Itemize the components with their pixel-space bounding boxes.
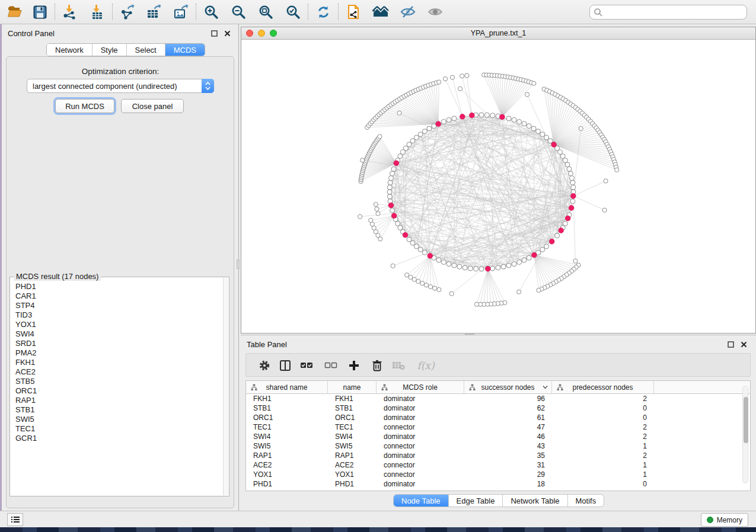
graph-leaf-node[interactable] — [525, 92, 529, 97]
graph-node[interactable] — [506, 263, 511, 268]
graph-node[interactable] — [479, 113, 484, 117]
cell-name[interactable]: TEC1 — [328, 422, 377, 432]
cell-MCDS-role[interactable]: connector — [377, 470, 464, 479]
tab-motifs[interactable]: Motifs — [568, 495, 604, 507]
tab-select[interactable]: Select — [127, 44, 165, 56]
cell-successor-nodes[interactable]: 35 — [464, 451, 552, 460]
table-row[interactable]: PHD1PHD1dominator180 — [246, 479, 750, 489]
graph-node[interactable] — [418, 247, 423, 252]
graph-node[interactable] — [427, 126, 432, 131]
graph-hub-node[interactable] — [394, 161, 399, 166]
cell-MCDS-role[interactable]: dominator — [377, 479, 464, 489]
cell-successor-nodes[interactable]: 61 — [464, 413, 552, 422]
table-row[interactable]: STB1STB1dominator620 — [246, 403, 750, 413]
graph-node[interactable] — [570, 176, 575, 181]
cell-name[interactable]: STB1 — [328, 403, 377, 413]
graph-node[interactable] — [517, 260, 522, 265]
mcds-result-item[interactable]: SWI5 — [15, 415, 219, 424]
cell-name[interactable]: YOX1 — [328, 470, 377, 479]
float-panel-icon[interactable] — [211, 30, 218, 37]
first-neighbors-icon[interactable] — [372, 3, 390, 21]
graph-hub-node[interactable] — [565, 216, 570, 221]
export-table-icon[interactable] — [145, 3, 162, 21]
network-window-titlebar[interactable]: YPA_prune.txt_1 — [241, 27, 755, 40]
unselect-all-columns-icon[interactable] — [323, 358, 339, 373]
graph-node[interactable] — [527, 255, 531, 260]
graph-node[interactable] — [410, 139, 415, 143]
float-panel-icon[interactable] — [728, 341, 735, 348]
graph-node[interactable] — [395, 221, 400, 226]
export-network-icon[interactable] — [119, 3, 136, 21]
cell-shared-name[interactable]: ORC1 — [246, 413, 328, 422]
graph-node[interactable] — [544, 244, 549, 249]
column-header-name[interactable]: name — [328, 381, 377, 393]
graph-node[interactable] — [436, 258, 441, 262]
graph-leaf-node[interactable] — [537, 288, 541, 292]
graph-leaf-node[interactable] — [416, 279, 420, 283]
graph-leaf-node[interactable] — [424, 283, 428, 287]
graph-hub-node[interactable] — [403, 232, 408, 238]
graph-hub-node[interactable] — [559, 228, 564, 233]
mcds-list-scrollbar[interactable] — [223, 278, 228, 495]
cell-predecessor-nodes[interactable]: 0 — [552, 403, 654, 413]
mcds-result-item[interactable]: PHD1 — [15, 282, 219, 291]
tab-network[interactable]: Network — [47, 44, 92, 56]
graph-hub-node[interactable] — [485, 266, 490, 271]
network-canvas[interactable] — [241, 40, 755, 333]
graph-leaf-node[interactable] — [437, 80, 441, 84]
graph-node[interactable] — [522, 121, 527, 126]
mcds-result-item[interactable]: TEC1 — [15, 424, 219, 434]
graph-node[interactable] — [441, 260, 446, 265]
table-row[interactable]: ORC1ORC1dominator610 — [246, 413, 750, 422]
mcds-result-item[interactable]: STB5 — [15, 377, 219, 386]
graph-node[interactable] — [407, 142, 412, 147]
graph-leaf-node[interactable] — [602, 208, 607, 212]
graph-node[interactable] — [540, 247, 545, 252]
mcds-result-item[interactable]: CAR1 — [15, 291, 219, 301]
graph-node[interactable] — [414, 244, 419, 249]
graph-hub-node[interactable] — [549, 239, 554, 244]
graph-node[interactable] — [410, 241, 415, 245]
cell-predecessor-nodes[interactable]: 1 — [552, 460, 654, 470]
graph-leaf-node[interactable] — [437, 287, 441, 291]
cell-predecessor-nodes[interactable]: 2 — [552, 422, 654, 432]
search-input[interactable] — [603, 8, 736, 17]
tab-edge-table[interactable]: Edge Table — [449, 495, 503, 507]
cell-name[interactable]: SWI5 — [328, 441, 377, 451]
graph-leaf-node[interactable] — [397, 111, 401, 115]
tab-network-table[interactable]: Network Table — [503, 495, 567, 507]
graph-node[interactable] — [517, 120, 522, 124]
graph-hub-node[interactable] — [570, 193, 576, 198]
column-header-predecessor-nodes[interactable]: predecessor nodes — [552, 381, 654, 393]
graph-node[interactable] — [570, 199, 575, 204]
cell-MCDS-role[interactable]: connector — [377, 460, 464, 470]
graph-leaf-node[interactable] — [517, 290, 521, 294]
graph-node[interactable] — [484, 113, 489, 117]
cell-MCDS-role[interactable]: connector — [377, 441, 464, 451]
graph-leaf-node[interactable] — [429, 284, 433, 289]
mcds-result-item[interactable]: TID3 — [15, 310, 219, 320]
graph-node[interactable] — [418, 132, 423, 137]
cell-shared-name[interactable]: PHD1 — [246, 479, 328, 489]
tab-node-table[interactable]: Node Table — [394, 495, 449, 507]
cell-predecessor-nodes[interactable]: 0 — [552, 479, 654, 489]
mcds-result-item[interactable]: YOX1 — [15, 320, 219, 329]
graph-leaf-node[interactable] — [420, 281, 425, 286]
graph-node[interactable] — [527, 124, 531, 129]
graph-leaf-node[interactable] — [475, 302, 479, 306]
graph-node[interactable] — [468, 266, 473, 271]
graph-node[interactable] — [563, 158, 567, 163]
column-header-successor-nodes[interactable]: successor nodes — [464, 381, 552, 393]
import-table-icon[interactable] — [88, 3, 106, 21]
show-columns-icon[interactable] — [277, 358, 293, 373]
cell-name[interactable]: ACE2 — [328, 460, 377, 470]
cell-name[interactable]: PHD1 — [328, 479, 377, 489]
graph-leaf-node[interactable] — [376, 211, 380, 216]
graph-node[interactable] — [391, 166, 396, 171]
graph-leaf-node[interactable] — [391, 264, 395, 268]
cell-name[interactable]: SWI4 — [328, 432, 377, 441]
graph-node[interactable] — [422, 250, 427, 255]
cell-shared-name[interactable]: RAP1 — [246, 451, 328, 460]
graph-leaf-node[interactable] — [449, 291, 454, 296]
cell-shared-name[interactable]: ACE2 — [246, 460, 328, 470]
